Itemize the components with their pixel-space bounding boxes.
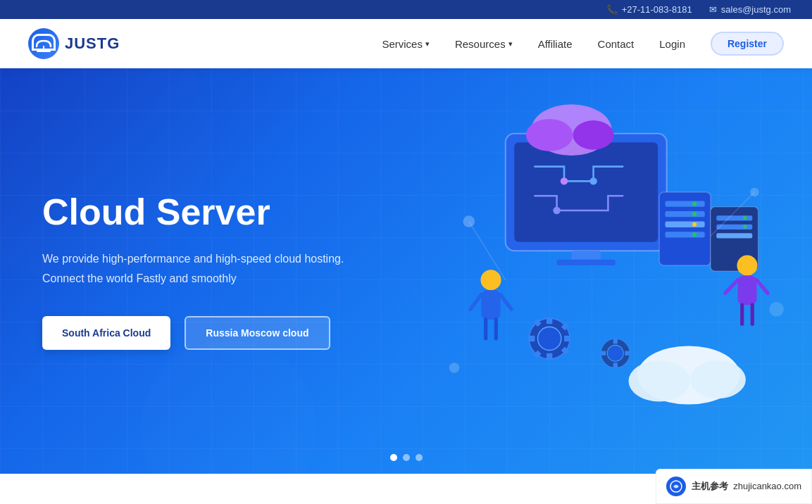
svg-point-45 [690,360,746,398]
svg-point-6 [553,207,560,214]
svg-point-20 [692,232,697,237]
dot-2[interactable] [403,454,410,461]
hero-content: Cloud Server We provide high-performance… [42,192,344,350]
nav-resources[interactable]: Resources [455,38,513,50]
svg-point-8 [526,119,573,151]
main-nav: Services Resources Affiliate Contact Log… [382,32,784,56]
logo-text: JUSTG [65,34,120,53]
svg-rect-11 [557,260,616,265]
nav-contact[interactable]: Contact [598,38,635,50]
topbar-email: ✉ sales@justg.com [709,4,791,15]
phone-number: +27-11-083-8181 [622,4,692,15]
svg-line-36 [757,280,768,294]
nav-affiliate[interactable]: Affiliate [538,38,573,50]
dot-3[interactable] [416,454,423,461]
svg-rect-13 [666,201,705,206]
hero-buttons: South Africa Cloud Russia Moscow cloud [42,316,344,350]
hero-subtitle: We provide high-performance and high-spe… [42,249,344,287]
hero-illustration [418,82,784,448]
topbar-phone: 📞 +27-11-083-8181 [606,4,692,15]
topbar: 📞 +27-11-083-8181 ✉ sales@justg.com [0,0,812,19]
hero-title: Cloud Server [42,192,344,232]
svg-point-18 [692,212,697,216]
svg-rect-14 [666,211,705,217]
svg-rect-16 [666,232,705,237]
svg-point-44 [629,360,690,401]
badge-text: 主机参考 zhujicankao.com [692,480,801,493]
dot-1[interactable] [390,454,397,461]
svg-line-29 [470,295,482,310]
svg-point-49 [449,363,460,373]
svg-point-46 [463,215,475,227]
svg-point-33 [737,255,757,275]
hero-section: Cloud Server We provide high-performance… [0,68,812,474]
svg-rect-10 [571,251,601,261]
svg-rect-22 [716,215,752,220]
svg-line-35 [725,280,738,294]
email-icon: ✉ [709,4,717,15]
svg-point-26 [743,225,747,228]
carousel-dots [390,454,423,461]
svg-point-27 [480,270,501,290]
register-button[interactable]: Register [711,32,784,56]
svg-rect-3 [514,142,658,241]
badge-icon [666,477,686,496]
header: JUSTG Services Resources Affiliate Conta… [0,19,812,68]
svg-point-25 [743,216,747,220]
logo-icon [28,28,59,59]
svg-point-48 [769,302,784,317]
nav-login[interactable]: Login [659,38,685,50]
russia-cloud-button[interactable]: Russia Moscow cloud [185,316,330,350]
svg-point-9 [573,120,613,150]
phone-icon: 📞 [606,4,618,15]
svg-rect-24 [716,233,752,238]
south-africa-cloud-button[interactable]: South Africa Cloud [42,316,170,350]
svg-rect-28 [481,290,500,320]
svg-point-4 [561,177,568,184]
svg-point-19 [692,222,697,227]
watermark-badge: 主机参考 zhujicankao.com [656,469,812,504]
svg-point-42 [607,345,623,361]
svg-point-17 [692,202,697,206]
svg-point-5 [589,177,596,184]
svg-line-30 [501,295,512,310]
email-address: sales@justg.com [721,4,791,15]
svg-rect-34 [737,276,756,305]
svg-point-40 [538,327,561,350]
svg-rect-15 [666,222,705,227]
nav-services[interactable]: Services [382,38,430,50]
logo[interactable]: JUSTG [28,28,120,59]
deco-circle-2 [141,340,317,474]
